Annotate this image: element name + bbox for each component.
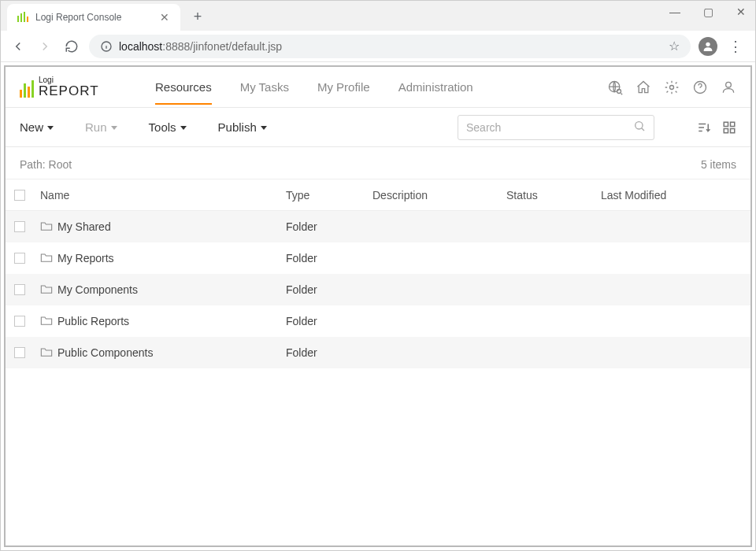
toolbar-publish[interactable]: Publish [218,120,267,134]
nav-forward-button[interactable] [35,37,54,56]
column-last-modified[interactable]: Last Modified [601,189,736,202]
logo-text: Logi REPORT [39,76,99,98]
address-field[interactable]: localhost:8888/jinfonet/default.jsp ☆ [89,35,691,58]
row-name-text: Public Reports [57,315,129,327]
table-row[interactable]: Public Components Folder [6,337,750,368]
row-name-text: Public Components [57,346,153,359]
table-row[interactable]: My Shared Folder [6,211,750,242]
folder-icon [40,252,53,265]
row-checkbox[interactable] [14,221,25,232]
url-text: localhost:8888/jinfonet/default.jsp [119,40,662,53]
toolbar-publish-label: Publish [218,120,257,134]
column-description[interactable]: Description [372,189,506,202]
search-input[interactable] [466,121,633,134]
row-name-cell[interactable]: Public Components [34,346,286,360]
help-icon[interactable] [692,80,708,95]
row-name-cell[interactable]: Public Reports [34,315,286,328]
row-checkbox[interactable] [14,347,25,358]
sort-icon[interactable] [697,120,711,135]
row-checkbox[interactable] [14,253,25,264]
home-icon[interactable] [636,80,651,95]
table-row[interactable]: My Reports Folder [6,242,750,274]
file-table: Name Type Description Status Last Modifi… [6,179,750,368]
svg-rect-22 [724,128,728,132]
row-name-cell[interactable]: My Components [34,283,286,297]
grid-view-icon[interactable] [722,120,736,135]
row-name-text: My Reports [57,252,114,264]
path-value: Root [49,158,72,171]
nav-reload-button[interactable] [62,37,81,56]
settings-gear-icon[interactable] [664,80,680,95]
profile-avatar-button[interactable] [699,37,717,56]
svg-rect-21 [731,122,735,126]
bookmark-star-icon[interactable]: ☆ [669,39,680,54]
path-text: Path: Root [20,158,72,171]
new-tab-button[interactable]: + [187,6,209,28]
toolbar-new-label: New [20,120,43,134]
url-port: :8888 [162,40,190,53]
row-name-cell[interactable]: My Shared [34,220,286,234]
window-maximize-button[interactable]: ▢ [699,6,717,18]
toolbar-new[interactable]: New [20,120,54,134]
site-info-icon[interactable] [100,40,113,53]
search-icon[interactable] [633,120,646,135]
row-name-cell[interactable]: My Reports [34,252,286,265]
window-minimize-button[interactable]: — [665,6,684,18]
tab-title: Logi Report Console [35,12,152,23]
svg-rect-2 [24,12,25,22]
row-type: Folder [286,315,372,327]
browser-address-bar: localhost:8888/jinfonet/default.jsp ☆ ⋮ [1,31,755,62]
row-checkbox[interactable] [14,316,25,327]
globe-search-icon[interactable] [607,80,623,95]
app-logo: Logi REPORT [20,76,122,98]
row-type: Folder [286,283,372,296]
row-checkbox[interactable] [14,284,25,295]
toolbar-tools[interactable]: Tools [149,120,187,134]
folder-icon [40,283,53,297]
toolbar-run[interactable]: Run [85,120,117,134]
table-body: My Shared Folder My Reports Folder My Co… [6,211,750,368]
column-type[interactable]: Type [286,189,372,202]
column-name[interactable]: Name [34,189,286,202]
browser-right-icons: ⋮ [699,37,747,56]
window-controls: — ▢ ✕ [665,6,750,18]
row-check-cell [6,347,34,358]
nav-back-button[interactable] [9,37,28,56]
item-count: 5 items [701,158,736,171]
browser-tab[interactable]: Logi Report Console ✕ [7,4,180,31]
nav-administration[interactable]: Administration [398,76,473,98]
header-icons [607,80,736,95]
row-type: Folder [286,252,372,264]
nav-resources[interactable]: Resources [155,76,212,98]
svg-rect-0 [17,16,19,22]
browser-menu-button[interactable]: ⋮ [724,45,747,48]
url-host: localhost [119,40,162,53]
app-header: Logi REPORT Resources My Tasks My Profil… [6,67,750,108]
column-status[interactable]: Status [506,189,601,202]
path-bar: Path: Root 5 items [6,147,750,179]
row-type: Folder [286,346,372,359]
logo-text-big: REPORT [39,84,99,98]
svg-line-16 [642,128,644,131]
logo-bars-icon [20,79,34,98]
search-box[interactable] [458,115,654,140]
chevron-down-icon [180,126,187,130]
browser-window: Logi Report Console ✕ + — ▢ ✕ localhost:… [0,0,756,551]
table-row[interactable]: My Components Folder [6,274,750,305]
nav-my-profile[interactable]: My Profile [317,76,370,98]
svg-rect-23 [731,128,735,132]
chevron-down-icon [47,126,54,130]
svg-rect-1 [20,13,22,22]
nav-my-tasks[interactable]: My Tasks [240,76,289,98]
user-icon[interactable] [721,80,736,95]
table-row[interactable]: Public Reports Folder [6,305,750,337]
toolbar: New Run Tools Publish [6,108,750,147]
main-nav: Resources My Tasks My Profile Administra… [155,76,473,98]
window-close-button[interactable]: ✕ [732,6,750,18]
svg-rect-3 [27,17,28,22]
app-root: Logi REPORT Resources My Tasks My Profil… [4,65,752,547]
select-all-checkbox[interactable] [14,190,25,201]
folder-icon [40,346,53,360]
tab-close-button[interactable]: ✕ [158,11,171,24]
url-path: /jinfonet/default.jsp [190,40,282,53]
